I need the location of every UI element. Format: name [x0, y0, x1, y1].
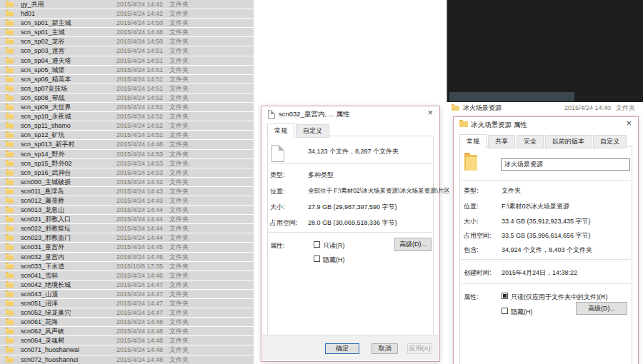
file-row[interactable]: scn_sp04_通天塔 2015/4/24 14:51 文件夹	[0, 56, 254, 65]
file-row[interactable]: scn032_皇宫内 2015/4/24 14:45 文件夹	[0, 253, 254, 261]
file-row[interactable]: 冰火场景资源 2015/4/24 14:40 文件夹	[447, 103, 643, 114]
file-row[interactable]: scn_sp11_shamo 2015/4/24 14:52 文件夹	[0, 121, 254, 130]
file-row[interactable]: hd01 2015/4/24 14:42 文件夹	[0, 9, 254, 18]
file-row[interactable]: scn042_绝境长城 2015/4/24 14:47 文件夹	[0, 280, 254, 289]
cancel-button[interactable]: 取消	[372, 343, 398, 354]
close-icon[interactable]: ×	[626, 118, 632, 128]
file-type: 文件夹	[169, 187, 189, 196]
file-row[interactable]: scn_sp10_永夜城 2015/4/24 14:52 文件夹	[0, 112, 254, 121]
folder-icon	[6, 245, 14, 250]
file-date-modified: 2015/4/24 14:53	[116, 150, 163, 158]
file-row[interactable]: scn012_藤蔓桥 2015/4/24 14:43 文件夹	[0, 196, 254, 205]
file-row[interactable]: scn011_悬浮岛 2015/4/24 14:43 文件夹	[0, 187, 254, 196]
advanced-button[interactable]: 高级(D)...	[576, 302, 627, 315]
file-date-modified: 2015/4/24 14:42	[116, 178, 163, 186]
folder-icon-large	[464, 155, 477, 171]
folder-icon	[6, 348, 14, 353]
file-row[interactable]: scn000_主城破损 2015/4/24 14:42 文件夹	[0, 178, 254, 186]
close-icon[interactable]: ×	[427, 107, 433, 118]
file-name: scn_sp10_永夜城	[21, 112, 71, 121]
file-type: 文件夹	[169, 299, 189, 308]
file-row[interactable]: scn062_风声峡 2015/4/24 14:48 文件夹	[0, 327, 254, 335]
multiple-files-icon	[271, 145, 284, 162]
type-value: 多种类型	[308, 171, 334, 180]
file-type: 文件夹	[169, 345, 189, 354]
file-date-modified: 2015/4/24 14:43	[116, 187, 163, 196]
file-row[interactable]: scn031_皇宫外 2015/4/24 14:45 文件夹	[0, 243, 254, 251]
file-row[interactable]: scn041_雪林 2015/4/24 14:46 文件夹	[0, 271, 254, 280]
file-row[interactable]: scn_sp07竞技场 2015/4/24 14:51 文件夹	[0, 84, 254, 93]
file-row[interactable]: scn_sp013_新手村 2015/4/24 14:48 文件夹	[0, 140, 254, 148]
file-type: 文件夹	[169, 75, 189, 84]
file-row[interactable]: scn051_沼泽 2015/4/24 14:47 文件夹	[0, 299, 254, 308]
file-name: scn_sp08_帮战	[21, 93, 65, 102]
file-row[interactable]: gy_共用 2015/4/24 14:42 文件夹	[0, 0, 254, 9]
file-date-modified: 2015/4/24 14:51	[116, 75, 163, 84]
file-type: 文件夹	[169, 103, 189, 111]
location-value: 全部位于 F:\素材02\冰火场景资源\冰火场景资源\片区	[308, 187, 450, 196]
file-row[interactable]: scn033_下水道 2015/10/8 17:35 文件夹	[0, 262, 254, 271]
file-row[interactable]: scn_sp05_城堡 2015/4/24 14:51 文件夹	[0, 66, 254, 74]
file-row[interactable]: scn043_山顶 2015/4/24 14:47 文件夹	[0, 290, 254, 298]
tab[interactable]: 自定义	[296, 124, 329, 138]
properties-dialog-selection: scn032_皇宫内, ... 属性 × 常规自定义 34,123 个文件，8,…	[261, 106, 440, 362]
file-row[interactable]: scn013_龙息山 2015/4/24 14:44 文件夹	[0, 206, 254, 214]
hidden-checkbox[interactable]	[314, 256, 320, 262]
file-type: 文件夹	[169, 84, 189, 93]
file-row[interactable]: scn052_绿龙巢穴 2015/4/24 14:47 文件夹	[0, 308, 254, 317]
folder-icon	[6, 114, 14, 119]
file-row[interactable]: scn_sp03_迷宫 2015/4/24 14:51 文件夹	[0, 46, 254, 55]
separator	[461, 180, 631, 181]
file-type: 文件夹	[169, 336, 189, 345]
folder-icon	[6, 329, 14, 334]
file-row[interactable]: scn071_huoshanwai 2015/4/24 14:48 文件夹	[0, 345, 254, 354]
separator	[461, 283, 631, 284]
file-row[interactable]: scn023_邪教血门 2015/4/24 14:44 文件夹	[0, 233, 254, 242]
file-name: scn000_主城破损	[21, 178, 71, 186]
advanced-button[interactable]: 高级(D)...	[394, 238, 432, 251]
folder-icon	[6, 236, 14, 241]
file-row[interactable]: scn021_邪教入口 2015/4/24 14:44 文件夹	[0, 215, 254, 223]
tab[interactable]: 共享	[488, 135, 515, 148]
file-row[interactable]: scn_sp16_武神台 2015/4/24 14:53 文件夹	[0, 168, 254, 177]
file-name: scn_sp05_城堡	[21, 66, 65, 74]
tab[interactable]: 安全	[517, 135, 544, 148]
readonly-checkbox[interactable]	[314, 241, 320, 248]
hidden-checkbox[interactable]	[502, 308, 508, 314]
file-row[interactable]: scn022_邪教祭坛 2015/4/24 14:44 文件夹	[0, 224, 254, 233]
tab[interactable]: 自定义	[593, 135, 627, 148]
ok-button[interactable]: 确定	[325, 343, 359, 354]
file-date-modified: 2015/4/24 14:44	[116, 224, 163, 233]
created-label: 创建时间:	[464, 268, 492, 278]
screen: gy_共用 2015/4/24 14:42 文件夹 hd01 2015/4/24…	[0, 0, 643, 364]
file-row[interactable]: scn_sp06_精英本 2015/4/24 14:51 文件夹	[0, 75, 254, 84]
file-type: 文件夹	[169, 318, 189, 326]
file-row[interactable]: scn_sp15_野外02 2015/4/24 14:53 文件夹	[0, 159, 254, 168]
folder-icon	[6, 96, 14, 101]
file-row[interactable]: scn_sp14_野外 2015/4/24 14:53 文件夹	[0, 150, 254, 158]
tab[interactable]: 以前的版本	[545, 135, 592, 148]
file-row[interactable]: scn064_灵魂树 2015/4/24 14:48 文件夹	[0, 336, 254, 345]
tab[interactable]: 常规	[267, 123, 294, 138]
tab[interactable]: 常规	[459, 134, 487, 149]
file-row[interactable]: scn_sp01_新主城 2015/4/24 14:50 文件夹	[0, 19, 254, 27]
file-row[interactable]: scn_sp02_龙谷 2015/4/24 14:50 文件夹	[0, 37, 254, 46]
type-label: 类型:	[270, 171, 285, 180]
folder-name-input[interactable]: 冰火场景资源	[501, 158, 630, 171]
file-row[interactable]: scn061_花海 2015/4/24 14:48 文件夹	[0, 318, 254, 326]
file-row[interactable]: scn072_huoshannei 2015/4/24 14:48 文件夹	[0, 355, 254, 364]
folder-icon	[6, 77, 14, 82]
file-row[interactable]: scn_sp09_大世界 2015/4/24 14:52 文件夹	[0, 103, 254, 111]
file-row[interactable]: scn_sp08_帮战 2015/4/24 14:52 文件夹	[0, 93, 254, 102]
file-date-modified: 2015/4/24 14:47	[116, 280, 163, 289]
file-row[interactable]: scn_sp01_主城 2015/4/24 14:48 文件夹	[0, 28, 254, 36]
file-row[interactable]: scn_sp12_矿坑 2015/4/24 14:52 文件夹	[0, 131, 254, 139]
folder-icon	[6, 189, 14, 194]
file-date-modified: 2015/4/24 14:52	[116, 112, 163, 121]
file-date-modified: 2015/4/24 14:51	[116, 84, 163, 93]
file-date-modified: 2015/4/24 14:52	[116, 93, 163, 102]
file-date-modified: 2015/4/24 14:50	[116, 37, 163, 46]
readonly-checkbox[interactable]	[502, 293, 508, 299]
file-name: scn_sp16_武神台	[21, 168, 71, 177]
file-type: 文件夹	[169, 93, 189, 102]
